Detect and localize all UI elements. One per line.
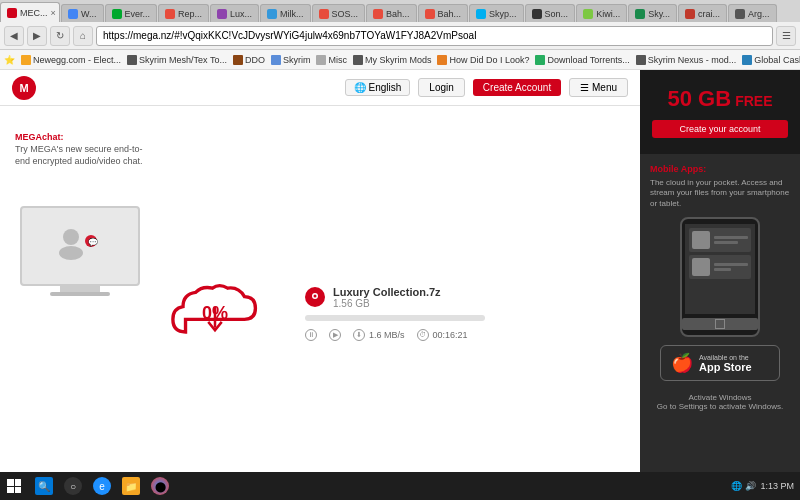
- bookmark-torrents[interactable]: Download Torrents...: [535, 55, 629, 65]
- phone-row-2: [689, 255, 751, 279]
- bookmark-my-skyrim[interactable]: My Skyrim Mods: [353, 55, 432, 65]
- tab-icon-12: [583, 9, 593, 19]
- home-button[interactable]: ⌂: [73, 26, 93, 46]
- tab-close[interactable]: ×: [51, 8, 56, 18]
- svg-point-0: [63, 229, 79, 245]
- start-button[interactable]: [0, 472, 28, 500]
- taskbar-apps: 🔍 ○ e 📁 ⬤: [30, 472, 174, 500]
- taskbar-volume-icon: 🔊: [745, 481, 756, 491]
- tab-9[interactable]: Bah...: [418, 4, 469, 22]
- back-button[interactable]: ◀: [4, 26, 24, 46]
- bookmark-skyrim2[interactable]: Skyrim: [271, 55, 311, 65]
- tab-icon-7: [319, 9, 329, 19]
- phone-screen: [685, 224, 755, 314]
- bookmark-icon-skyrim2: [271, 55, 281, 65]
- taskbar-app-search[interactable]: 🔍: [30, 472, 58, 500]
- taskbar-app-ie[interactable]: e: [88, 472, 116, 500]
- tab-2[interactable]: Ever...: [105, 4, 158, 22]
- download-percent: 0%: [202, 303, 228, 324]
- file-info: Luxury Collection.7z 1.56 GB: [305, 286, 485, 309]
- bookmark-icon-ddo: [233, 55, 243, 65]
- tab-10[interactable]: Skyp...: [469, 4, 524, 22]
- taskbar-app-cortana[interactable]: ○: [59, 472, 87, 500]
- file-details: Luxury Collection.7z 1.56 GB: [333, 286, 441, 309]
- speed-icon: ⬇: [353, 329, 365, 341]
- tab-icon-3: [165, 9, 175, 19]
- play-icon[interactable]: ▶: [329, 329, 341, 341]
- time-display: 1:13 PM: [760, 481, 794, 491]
- tab-icon-10: [476, 9, 486, 19]
- phone-avatar-2: [692, 258, 710, 276]
- create-account-button[interactable]: Create Account: [473, 79, 561, 96]
- taskbar-time: 1:13 PM: [760, 481, 794, 491]
- bookmark-ddo[interactable]: DDO: [233, 55, 265, 65]
- address-bar[interactable]: [96, 26, 773, 46]
- time-stat: ⏱ 00:16:21: [417, 329, 468, 341]
- tab-7[interactable]: SOS...: [312, 4, 366, 22]
- free-storage-banner: 50 GB FREE Create your account: [640, 70, 800, 154]
- tab-icon-4: [217, 9, 227, 19]
- tab-14[interactable]: crai...: [678, 4, 727, 22]
- file-name: Luxury Collection.7z: [333, 286, 441, 298]
- tab-6[interactable]: Milk...: [260, 4, 311, 22]
- free-gb-row: 50 GB FREE: [652, 86, 788, 112]
- bookmark-how[interactable]: How Did Do I Look?: [437, 55, 529, 65]
- tab-11[interactable]: Son...: [525, 4, 576, 22]
- mega-header: M 🌐 English Login Create Account ☰ Menu: [0, 70, 640, 106]
- megachat-title: MEGAchat:: [15, 132, 64, 142]
- language-label: English: [369, 82, 402, 93]
- pause-icon[interactable]: ⏸: [305, 329, 317, 341]
- taskbar-network-icon: 🌐: [731, 481, 742, 491]
- file-size: 1.56 GB: [333, 298, 441, 309]
- tab-icon-8: [373, 9, 383, 19]
- language-button[interactable]: 🌐 English: [345, 79, 411, 96]
- tab-mega[interactable]: MEC... ×: [0, 2, 60, 22]
- reload-button[interactable]: ↻: [50, 26, 70, 46]
- app-store-label: App Store: [699, 361, 752, 373]
- tab-13[interactable]: Sky...: [628, 4, 677, 22]
- bookmarks-bar: ⭐ Newegg.com - Elect... Skyrim Mesh/Tex …: [0, 50, 800, 70]
- phone-lines-2: [714, 263, 748, 271]
- tab-8[interactable]: Bah...: [366, 4, 417, 22]
- phone-line-1b: [714, 241, 738, 244]
- bookmark-misc[interactable]: Misc: [316, 55, 347, 65]
- tab-icon-mega: [7, 8, 17, 18]
- tab-12[interactable]: Kiwi...: [576, 4, 627, 22]
- login-button[interactable]: Login: [418, 78, 464, 97]
- tab-4[interactable]: Lux...: [210, 4, 259, 22]
- menu-button[interactable]: ☰ Menu: [569, 78, 628, 97]
- page-wrapper: M 🌐 English Login Create Account ☰ Menu: [0, 70, 800, 500]
- tab-icon-2: [112, 9, 122, 19]
- file-icon: [305, 287, 325, 307]
- bookmark-newegg[interactable]: Newegg.com - Elect...: [21, 55, 121, 65]
- bookmark-skyrim1[interactable]: Skyrim Mesh/Tex To...: [127, 55, 227, 65]
- mobile-apps-section: Mobile Apps: The cloud in your pocket. A…: [640, 154, 800, 425]
- tab-icon-6: [267, 9, 277, 19]
- mobile-apps-title: Mobile Apps:: [650, 164, 790, 174]
- tab-1[interactable]: W...: [61, 4, 104, 22]
- bookmark-cash[interactable]: Global Cash Card -...: [742, 55, 800, 65]
- progress-bar-wrapper: [305, 315, 485, 321]
- forward-button[interactable]: ▶: [27, 26, 47, 46]
- bookmark-icon-cash: [742, 55, 752, 65]
- cloud-wrapper: .cloud-path{fill:none;stroke:#d0021b;str…: [155, 273, 275, 353]
- start-icon: [7, 479, 21, 493]
- download-area: .cloud-path{fill:none;stroke:#d0021b;str…: [0, 126, 640, 500]
- tab-3[interactable]: Rep...: [158, 4, 209, 22]
- extensions-button[interactable]: ☰: [776, 26, 796, 46]
- phone-button-row: [682, 318, 758, 330]
- tab-icon-9: [425, 9, 435, 19]
- create-account-sidebar-button[interactable]: Create your account: [652, 120, 788, 138]
- app-store-text: Available on the App Store: [699, 354, 752, 373]
- app-store-button[interactable]: 🍎 Available on the App Store: [660, 345, 780, 381]
- taskbar-app-files[interactable]: 📁: [117, 472, 145, 500]
- right-sidebar: 50 GB FREE Create your account Mobile Ap…: [640, 70, 800, 500]
- tab-15[interactable]: Arg...: [728, 4, 777, 22]
- bookmark-skyrim-nexus[interactable]: Skyrim Nexus - mod...: [636, 55, 737, 65]
- bookmark-icon-newegg: [21, 55, 31, 65]
- megachat-section: MEGAchat: Try MEGA's new secure end-to-e…: [15, 126, 145, 167]
- taskbar-files-icon: 📁: [122, 477, 140, 495]
- download-info: Luxury Collection.7z 1.56 GB ⏸: [305, 286, 485, 341]
- taskbar-app-chrome[interactable]: ⬤: [146, 472, 174, 500]
- taskbar-search-icon: 🔍: [35, 477, 53, 495]
